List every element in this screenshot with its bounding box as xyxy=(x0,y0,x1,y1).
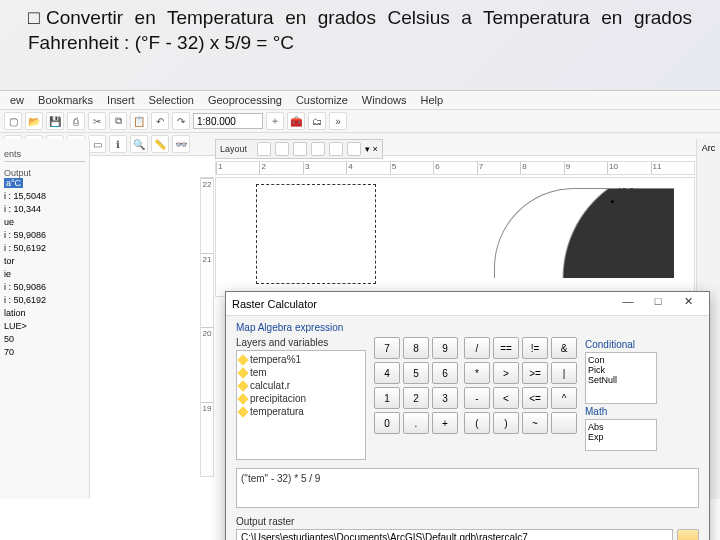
mathfunc-abs[interactable]: Abs xyxy=(588,422,654,432)
toc-row[interactable]: i : 10,344 xyxy=(4,204,85,214)
layout-zoomin-icon[interactable] xyxy=(257,142,271,156)
toc-row[interactable]: lation xyxy=(4,308,85,318)
menu-windows[interactable]: Windows xyxy=(362,94,407,106)
copy-icon[interactable]: ⧉ xyxy=(109,112,127,130)
maximize-icon[interactable]: □ xyxy=(643,295,673,313)
layer-item[interactable]: tempera%1 xyxy=(239,353,363,366)
op-button[interactable]: & xyxy=(551,337,577,359)
numpad-3[interactable]: 3 xyxy=(432,387,458,409)
toc-row[interactable]: tor xyxy=(4,256,85,266)
measure-icon[interactable]: 📏 xyxy=(151,135,169,153)
toc-row[interactable]: i : 50,6192 xyxy=(4,243,85,253)
func-setnull[interactable]: SetNull xyxy=(588,375,654,385)
op-button[interactable]: == xyxy=(493,337,519,359)
binocular-icon[interactable]: 👓 xyxy=(172,135,190,153)
toc-row[interactable]: i : 15,5048 xyxy=(4,191,85,201)
diamond-icon xyxy=(237,380,248,391)
op-button[interactable]: <= xyxy=(522,387,548,409)
layout-prev-icon[interactable] xyxy=(347,142,361,156)
browse-folder-icon[interactable] xyxy=(677,529,699,540)
op-button[interactable]: * xyxy=(464,362,490,384)
new-icon[interactable]: ▢ xyxy=(4,112,22,130)
identify-icon[interactable]: ℹ xyxy=(109,135,127,153)
paste-icon[interactable]: 📋 xyxy=(130,112,148,130)
selected-layer[interactable]: a°C xyxy=(4,178,23,188)
layout-canvas[interactable]: 40,2 xyxy=(215,177,695,297)
expression-input[interactable]: ("tem" - 32) * 5 / 9 xyxy=(236,468,699,508)
toc-row[interactable]: i : 59,9086 xyxy=(4,230,85,240)
undo-icon[interactable]: ↶ xyxy=(151,112,169,130)
toc-row[interactable]: 70 xyxy=(4,347,85,357)
op-button[interactable]: ~ xyxy=(522,412,548,434)
layers-list[interactable]: tempera%1temcalculat.rprecipitaciontempe… xyxy=(236,350,366,460)
op-button[interactable]: >= xyxy=(522,362,548,384)
layer-item[interactable]: calculat.r xyxy=(239,379,363,392)
op-button[interactable] xyxy=(551,412,577,434)
numpad-2[interactable]: 2 xyxy=(403,387,429,409)
minimize-icon[interactable]: — xyxy=(613,295,643,313)
numpad-9[interactable]: 9 xyxy=(432,337,458,359)
cut-icon[interactable]: ✂ xyxy=(88,112,106,130)
save-icon[interactable]: 💾 xyxy=(46,112,64,130)
close-icon[interactable]: ✕ xyxy=(673,295,703,313)
op-button[interactable]: ^ xyxy=(551,387,577,409)
layout-pan-icon[interactable] xyxy=(293,142,307,156)
selection-frame[interactable] xyxy=(256,184,376,284)
toc-row[interactable]: LUE> xyxy=(4,321,85,331)
menu-insert[interactable]: Insert xyxy=(107,94,135,106)
menu-selection[interactable]: Selection xyxy=(149,94,194,106)
op-button[interactable]: != xyxy=(522,337,548,359)
func-pick[interactable]: Pick xyxy=(588,365,654,375)
op-button[interactable]: - xyxy=(464,387,490,409)
math-list[interactable]: AbsExp xyxy=(585,419,657,451)
func-con[interactable]: Con xyxy=(588,355,654,365)
numpad-.[interactable]: . xyxy=(403,412,429,434)
toc-row[interactable]: i : 50,6192 xyxy=(4,295,85,305)
menu-ew[interactable]: ew xyxy=(10,94,24,106)
numpad-5[interactable]: 5 xyxy=(403,362,429,384)
op-button[interactable]: ) xyxy=(493,412,519,434)
find-icon[interactable]: 🔍 xyxy=(130,135,148,153)
select-icon[interactable]: ▭ xyxy=(88,135,106,153)
toc-row[interactable]: i : 50,9086 xyxy=(4,282,85,292)
layout-zoomout-icon[interactable] xyxy=(275,142,289,156)
output-path-input[interactable]: C:\Users\estudiantes\Documents\ArcGIS\De… xyxy=(236,529,673,540)
op-button[interactable]: | xyxy=(551,362,577,384)
op-button[interactable]: > xyxy=(493,362,519,384)
numpad-0[interactable]: 0 xyxy=(374,412,400,434)
print-icon[interactable]: ⎙ xyxy=(67,112,85,130)
menu-bookmarks[interactable]: Bookmarks xyxy=(38,94,93,106)
output-raster-label: Output raster xyxy=(226,514,709,529)
mathfunc-exp[interactable]: Exp xyxy=(588,432,654,442)
layout-100-icon[interactable] xyxy=(329,142,343,156)
layer-item[interactable]: precipitacion xyxy=(239,392,363,405)
op-button[interactable]: / xyxy=(464,337,490,359)
op-button[interactable]: < xyxy=(493,387,519,409)
menu-customize[interactable]: Customize xyxy=(296,94,348,106)
toolbox-icon[interactable]: 🧰 xyxy=(287,112,305,130)
open-icon[interactable]: 📂 xyxy=(25,112,43,130)
toc-row[interactable]: ue xyxy=(4,217,85,227)
redo-icon[interactable]: ↷ xyxy=(172,112,190,130)
catalog-icon[interactable]: 🗂 xyxy=(308,112,326,130)
layer-item[interactable]: temperatura xyxy=(239,405,363,418)
horizontal-ruler: 1234567891011 xyxy=(215,161,695,175)
layer-item[interactable]: tem xyxy=(239,366,363,379)
layout-full-icon[interactable] xyxy=(311,142,325,156)
conditional-list[interactable]: ConPickSetNull xyxy=(585,352,657,404)
numpad-+[interactable]: + xyxy=(432,412,458,434)
numpad-1[interactable]: 1 xyxy=(374,387,400,409)
op-button[interactable]: ( xyxy=(464,412,490,434)
scale-input[interactable] xyxy=(193,113,263,129)
menu-help[interactable]: Help xyxy=(420,94,443,106)
toc-tab[interactable]: ents xyxy=(4,149,85,159)
numpad-8[interactable]: 8 xyxy=(403,337,429,359)
numpad-4[interactable]: 4 xyxy=(374,362,400,384)
toc-row[interactable]: 50 xyxy=(4,334,85,344)
toc-row[interactable]: ie xyxy=(4,269,85,279)
add-data-icon[interactable]: ＋ xyxy=(266,112,284,130)
numpad-6[interactable]: 6 xyxy=(432,362,458,384)
numpad-7[interactable]: 7 xyxy=(374,337,400,359)
python-icon[interactable]: » xyxy=(329,112,347,130)
menu-geoprocessing[interactable]: Geoprocessing xyxy=(208,94,282,106)
